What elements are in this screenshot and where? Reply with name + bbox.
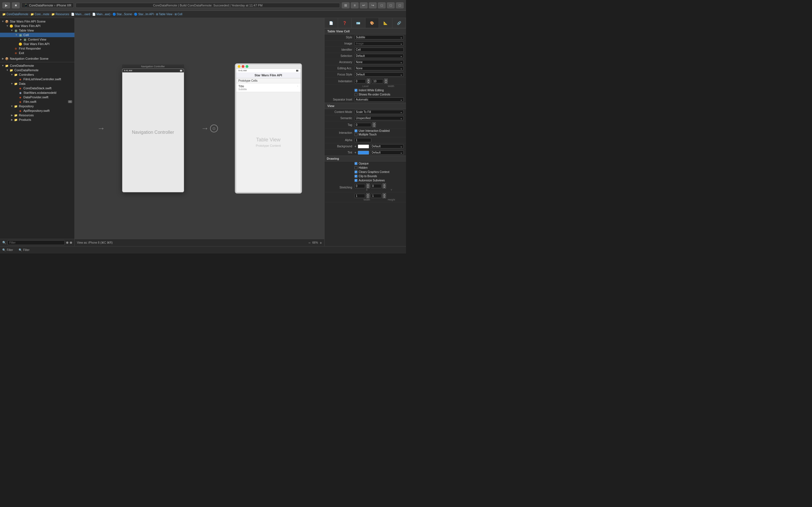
tab-size[interactable]: 📐 bbox=[379, 18, 393, 28]
forward-btn[interactable]: ↪ bbox=[369, 2, 377, 8]
opaque-checkbox[interactable]: ✓ bbox=[354, 162, 357, 165]
tag-up-btn[interactable]: ▲ bbox=[372, 122, 376, 125]
accessory-dropdown[interactable]: None ⌄ bbox=[354, 60, 404, 64]
tree-item-apirepository[interactable]: ◈ ApiRepository.swift bbox=[0, 108, 74, 113]
tree-item-exit[interactable]: ⊗ Exit bbox=[0, 51, 74, 55]
autoresize-checkbox[interactable]: ✓ bbox=[354, 179, 357, 182]
accessory-select[interactable]: None ⌄ bbox=[354, 60, 404, 64]
scheme-selector[interactable]: 📱 CoreDataRemote › iPhone XR bbox=[21, 3, 74, 8]
bc-cell[interactable]: ⊞ Cell bbox=[174, 13, 183, 16]
tree-item-coredatastack[interactable]: ◈ CoreDataStack.swift bbox=[0, 86, 74, 91]
tab-connections[interactable]: 🔗 bbox=[393, 18, 406, 28]
tab-attributes[interactable]: 🎨 bbox=[365, 18, 379, 28]
nav-controller-frame[interactable]: 9:41 AM ▮▮ Navigation Controller bbox=[122, 68, 184, 192]
background-dropdown[interactable]: Default ⌄ bbox=[370, 144, 404, 149]
tree-item-root[interactable]: ▼ 📁 CoreDataRemote bbox=[0, 63, 74, 68]
identifier-input[interactable]: Cell bbox=[354, 48, 404, 52]
tree-item-nav-scene[interactable]: ▶ 📦 Navigation Controller Scene bbox=[0, 56, 74, 61]
stretch-y-input[interactable] bbox=[371, 184, 382, 188]
level-stepper-btns[interactable]: ▲ ▼ bbox=[367, 78, 370, 83]
image-select[interactable]: Image ⌄ bbox=[354, 41, 404, 46]
tag-stepper-btns[interactable]: ▲ ▼ bbox=[372, 122, 376, 127]
tree-item-first-responder[interactable]: ⊕ First Responder bbox=[0, 46, 74, 51]
selection-select[interactable]: Default ⌄ bbox=[354, 54, 404, 58]
tag-stepper[interactable]: 0 ▲ ▼ bbox=[354, 122, 404, 127]
width-input[interactable]: 10 bbox=[372, 79, 383, 83]
tree-item-controllers[interactable]: ▼ 📁 Controllers bbox=[0, 72, 74, 77]
selection-dropdown[interactable]: Default ⌄ bbox=[354, 54, 404, 58]
back-btn[interactable]: ↩ bbox=[360, 2, 368, 8]
semantic-select[interactable]: Unspecified ⌄ bbox=[354, 116, 404, 120]
stretch-x-input[interactable] bbox=[354, 184, 365, 188]
debug-toggle[interactable]: ≡ bbox=[351, 2, 359, 8]
tint-value[interactable]: + Default ⌄ bbox=[354, 151, 404, 155]
tint-dropdown[interactable]: Default ⌄ bbox=[370, 151, 404, 155]
user-interaction-checkbox[interactable]: ✓ bbox=[354, 129, 357, 132]
file-tree-content[interactable]: ▼ 📦 Star Wars Film API Scene ▼ 🟡 Star Wa… bbox=[0, 18, 74, 239]
indent-editing-checkbox[interactable]: ✓ bbox=[354, 89, 357, 92]
stretch-h-btns[interactable]: ▲ ▼ bbox=[383, 193, 386, 198]
bc-coredataremote[interactable]: 📁 CoreDataRemote bbox=[2, 13, 29, 16]
inspector-toggle[interactable]: □ bbox=[396, 2, 404, 8]
tv-cell[interactable]: › Title Subtitle bbox=[236, 83, 301, 92]
tab-quick-help[interactable]: ❓ bbox=[338, 18, 352, 28]
stretch-w-btns[interactable]: ▲ ▼ bbox=[366, 193, 370, 198]
bc-starscene[interactable]: 🔵 Star...Scene bbox=[112, 13, 132, 16]
background-color-swatch[interactable] bbox=[358, 145, 369, 149]
identifier-field[interactable]: Cell bbox=[354, 48, 404, 52]
stretch-w-up[interactable]: ▲ bbox=[366, 193, 370, 196]
background-value[interactable]: + Default ⌄ bbox=[354, 144, 404, 149]
editing-acc-select[interactable]: None ⌄ bbox=[354, 66, 404, 70]
width-stepper[interactable]: 10 ▲ ▼ bbox=[372, 78, 388, 83]
semantic-dropdown[interactable]: Unspecified ⌄ bbox=[354, 116, 404, 120]
tag-value[interactable]: 0 ▲ ▼ bbox=[354, 122, 404, 127]
tab-file[interactable]: 📄 bbox=[324, 18, 338, 28]
tint-color-swatch[interactable] bbox=[358, 151, 369, 155]
separator-inset-dropdown[interactable]: Automatic ⌄ bbox=[354, 98, 404, 102]
multiple-touch-checkbox[interactable] bbox=[354, 133, 357, 136]
stretch-w-stepper[interactable]: ▲ ▼ bbox=[354, 193, 370, 198]
tree-item-products[interactable]: ▶ 📁 Products bbox=[0, 117, 74, 122]
clears-graphics-checkbox[interactable]: ✓ bbox=[354, 170, 357, 173]
tree-item-cell[interactable]: ▼ ▦ Cell bbox=[0, 33, 74, 37]
stretch-h-input[interactable] bbox=[371, 194, 382, 198]
alpha-value[interactable]: 1 bbox=[354, 138, 404, 142]
bc-core[interactable]: 📁 Core...mote bbox=[31, 13, 49, 16]
bc-tableview[interactable]: ⊞ Table View bbox=[156, 13, 172, 16]
style-dropdown[interactable]: Subtitle ⌄ bbox=[354, 35, 404, 40]
tree-item-repository[interactable]: ▼ 📁 Repository bbox=[0, 104, 74, 108]
tree-item-content-view[interactable]: ▶ ▦ Content View bbox=[0, 37, 74, 42]
tree-item-data[interactable]: ▼ 📁 Data bbox=[0, 81, 74, 86]
alpha-input[interactable]: 1 bbox=[354, 138, 371, 142]
play-button[interactable]: ▶ bbox=[2, 2, 10, 8]
tableview-frame[interactable]: 9:41 AM ▮▮ Star Wars Film API Prototype … bbox=[236, 68, 301, 192]
filter-input[interactable] bbox=[7, 240, 65, 245]
tree-item-table-view[interactable]: ▼ ▦ Table View bbox=[0, 28, 74, 33]
stretch-w-down[interactable]: ▼ bbox=[366, 196, 370, 198]
editing-acc-dropdown[interactable]: None ⌄ bbox=[354, 66, 404, 70]
split-btn[interactable]: □ bbox=[378, 2, 386, 8]
stretch-h-up[interactable]: ▲ bbox=[383, 193, 386, 196]
style-select[interactable]: Subtitle ⌄ bbox=[354, 35, 404, 40]
content-mode-select[interactable]: Scale To Fill ⌄ bbox=[354, 110, 404, 114]
tree-item-coredataremote[interactable]: ▼ 📁 CoreDataRemote bbox=[0, 68, 74, 72]
level-input[interactable]: 0 bbox=[354, 79, 366, 83]
level-up-btn[interactable]: ▲ bbox=[367, 78, 370, 81]
stretch-x-btns[interactable]: ▲ ▼ bbox=[366, 183, 370, 188]
stretch-x-down[interactable]: ▼ bbox=[366, 186, 370, 188]
reorder-checkbox[interactable] bbox=[354, 93, 357, 96]
stretch-h-down[interactable]: ▼ bbox=[383, 196, 386, 198]
focus-style-select[interactable]: Default ⌄ bbox=[354, 72, 404, 76]
tag-down-btn[interactable]: ▼ bbox=[372, 125, 376, 127]
zoom-in-btn[interactable]: + bbox=[320, 240, 322, 245]
canvas-content[interactable]: → Navigation Controller 9:41 AM ▮▮ Navig… bbox=[75, 18, 324, 239]
level-stepper[interactable]: 0 ▲ ▼ bbox=[354, 78, 370, 83]
hidden-checkbox[interactable] bbox=[354, 166, 357, 169]
tag-input[interactable]: 0 bbox=[354, 123, 371, 127]
tree-item-starwars-api[interactable]: ▼ 🟡 Star Wars Film API bbox=[0, 24, 74, 28]
stretch-y-stepper[interactable]: ▲ ▼ bbox=[371, 183, 386, 188]
tree-item-dataprovider[interactable]: ◈ DataProvider.swift bbox=[0, 95, 74, 100]
navigator-toggle[interactable]: ⊞ bbox=[342, 2, 350, 8]
width-stepper-btns[interactable]: ▲ ▼ bbox=[384, 78, 388, 83]
bc-mainbase[interactable]: 📄 Main...ase) bbox=[92, 13, 110, 16]
